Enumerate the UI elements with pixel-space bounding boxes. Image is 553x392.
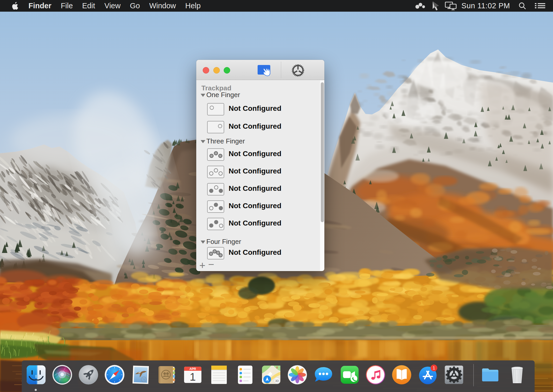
svg-text:3D: 3D xyxy=(275,379,279,382)
svg-text:APR: APR xyxy=(190,367,196,371)
svg-text:1: 1 xyxy=(190,371,196,383)
svg-text:1: 1 xyxy=(433,366,435,370)
